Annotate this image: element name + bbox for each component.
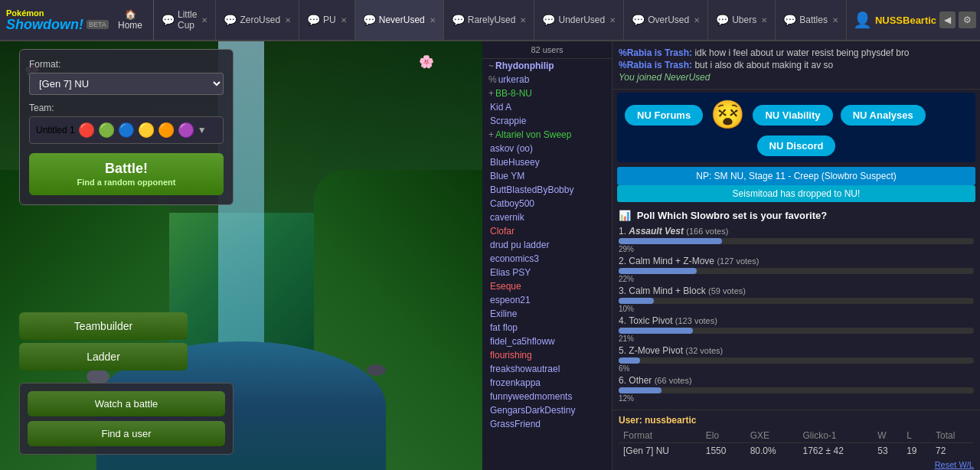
battle-button[interactable]: Battle! Find a random opponent <box>29 153 224 195</box>
tab-ubers[interactable]: 💬Ubers✕ <box>708 0 776 40</box>
prev-button[interactable]: ◀ <box>939 11 956 28</box>
user-name-4: Scrappie <box>490 116 526 126</box>
user-name-17: espeon21 <box>490 295 531 305</box>
tab-underused[interactable]: 💬UnderUsed✕ <box>534 0 624 40</box>
user-item-14[interactable]: economics3 <box>482 252 612 266</box>
tab-pu[interactable]: 💬PU✕ <box>299 0 355 40</box>
team-box: Untitled 1 🔴 🟢 🔵 🟡 🟠 🟣 ▼ <box>29 116 224 144</box>
chat-user-2[interactable]: %Rabia is Trash: <box>619 60 692 70</box>
tab-battles[interactable]: 💬Battles✕ <box>776 0 847 40</box>
user-item-13[interactable]: drud pu ladder <box>482 238 612 252</box>
chat-user-1[interactable]: %Rabia is Trash: <box>619 47 692 58</box>
pokemon-icon-1: 🔴 <box>78 122 95 139</box>
format-label: Format: <box>29 59 224 70</box>
user-name-26: GrassFriend <box>490 419 541 429</box>
stats-user: User: nussbeartic <box>619 415 974 426</box>
user-item-6[interactable]: askov (oo) <box>482 142 612 155</box>
tab-close-3[interactable]: ✕ <box>430 16 436 24</box>
user-item-21[interactable]: flourishing <box>482 348 612 362</box>
user-item-5[interactable]: +Altariel von Sweep <box>482 128 612 142</box>
reset-wl-link[interactable]: Reset W/L <box>935 460 974 469</box>
tab-close-6[interactable]: ✕ <box>694 16 700 24</box>
user-item-23[interactable]: frozenkappa <box>482 376 612 390</box>
chat-text-1: idk how i feel about ur water resist bei… <box>694 47 909 58</box>
format-panel: Format: [Gen 7] NU Team: Untitled 1 🔴 🟢 … <box>19 49 234 205</box>
poll-pct-2: 10% <box>619 305 974 313</box>
poll-pct-0: 29% <box>619 245 974 253</box>
tab-label-8: Battles <box>799 15 828 25</box>
tab-close-1[interactable]: ✕ <box>285 16 291 24</box>
user-item-16[interactable]: Eseque <box>482 279 612 293</box>
user-item-1[interactable]: %urkerab <box>482 73 612 86</box>
user-item-12[interactable]: Clofar <box>482 224 612 238</box>
user-item-3[interactable]: Kid A <box>482 100 612 114</box>
poll-option-5: 6. Other (66 votes) 12% <box>619 375 974 403</box>
poll-bar-bg-1 <box>619 268 974 274</box>
username[interactable]: NUSSBeartic <box>875 15 936 26</box>
poll-bar-0 <box>619 238 722 244</box>
format-select[interactable]: [Gen 7] NU <box>29 73 224 95</box>
user-item-0[interactable]: ~Rhydonphilip <box>482 59 612 73</box>
settings-button[interactable]: ⚙ <box>959 11 976 28</box>
side-buttons: Teambuilder Ladder <box>19 312 188 370</box>
poll-bar-4 <box>619 357 640 364</box>
user-item-11[interactable]: cavernik <box>482 211 612 224</box>
user-item-25[interactable]: GengarsDarkDestiny <box>482 403 612 417</box>
watch-battle-button[interactable]: Watch a battle <box>28 391 225 416</box>
user-item-26[interactable]: GrassFriend <box>482 417 612 431</box>
team-more-icon[interactable]: ▼ <box>198 125 207 135</box>
user-name-7: BlueHuseey <box>490 157 540 168</box>
tab-close-8[interactable]: ✕ <box>832 16 838 24</box>
user-name-21: flourishing <box>490 350 532 361</box>
user-item-7[interactable]: BlueHuseey <box>482 155 612 169</box>
home-button[interactable]: 🏠 Home <box>107 0 154 40</box>
user-item-22[interactable]: freakshowautrael <box>482 362 612 376</box>
nu-analyses-button[interactable]: NU Analyses <box>841 105 926 126</box>
poll-bar-1 <box>619 268 697 274</box>
nu-discord-button[interactable]: NU Discord <box>757 135 836 156</box>
tab-close-7[interactable]: ✕ <box>761 16 767 24</box>
poll-name-5: 6. Other (66 votes) <box>619 375 974 386</box>
stats-header-4: W <box>873 429 902 443</box>
user-item-9[interactable]: ButtBlastedByBobby <box>482 183 612 197</box>
user-item-4[interactable]: Scrappie <box>482 114 612 128</box>
find-user-button[interactable]: Find a user <box>28 421 225 446</box>
poll-bar-bg-0 <box>619 238 974 244</box>
user-item-18[interactable]: Exiline <box>482 307 612 321</box>
stats-user-label: User: <box>619 415 642 426</box>
pokemon-icon-2: 🟢 <box>98 122 115 139</box>
teambuilder-button[interactable]: Teambuilder <box>19 312 188 340</box>
tab-close-4[interactable]: ✕ <box>520 16 526 24</box>
user-item-17[interactable]: espeon21 <box>482 293 612 307</box>
user-item-8[interactable]: Blue YM <box>482 169 612 183</box>
tab-zeroused[interactable]: 💬ZeroUsed✕ <box>216 0 299 40</box>
user-item-24[interactable]: funnyweedmoments <box>482 390 612 403</box>
poll-bar-2 <box>619 298 654 304</box>
user-avatar: 👤 <box>853 11 872 29</box>
tab-rarelyused[interactable]: 💬RarelyUsed✕ <box>444 0 535 40</box>
battle-sub-label: Find a random opponent <box>37 178 216 188</box>
user-item-10[interactable]: Catboy500 <box>482 197 612 211</box>
user-item-2[interactable]: +BB-8-NU <box>482 86 612 100</box>
user-count: 82 users <box>482 41 612 59</box>
tab-neverused[interactable]: 💬NeverUsed✕ <box>355 0 444 40</box>
user-name-6: askov (oo) <box>490 143 533 154</box>
nu-forums-button[interactable]: NU Forums <box>625 105 703 126</box>
poll-votes-5: (66 votes) <box>655 376 692 385</box>
user-item-15[interactable]: Elias PSY <box>482 266 612 279</box>
stats-table: FormatEloGXEGlicko-1WLTotal [Gen 7] NU15… <box>619 429 974 459</box>
user-item-20[interactable]: fidel_ca5hfloww <box>482 335 612 348</box>
nu-viability-button[interactable]: NU Viability <box>753 105 832 126</box>
tab-close-5[interactable]: ✕ <box>609 16 616 24</box>
chat-text-2: but i also dk about making it av so <box>694 60 833 70</box>
stats-header-5: L <box>902 429 931 443</box>
main-area: 🌸 🌸 🌸 Format: [Gen 7] NU Team: Untitled … <box>0 41 980 470</box>
ladder-button[interactable]: Ladder <box>19 343 188 370</box>
tab-little-cup[interactable]: 💬Little Cup✕ <box>154 0 216 40</box>
tab-overused[interactable]: 💬OverUsed✕ <box>624 0 708 40</box>
tab-close-0[interactable]: ✕ <box>201 16 207 24</box>
poll-option-0: 1. Assault Vest (166 votes) 29% <box>619 226 974 253</box>
tab-close-2[interactable]: ✕ <box>341 16 347 24</box>
user-item-19[interactable]: fat flop <box>482 321 612 335</box>
chat-message-2: %Rabia is Trash: but i also dk about mak… <box>619 60 974 70</box>
